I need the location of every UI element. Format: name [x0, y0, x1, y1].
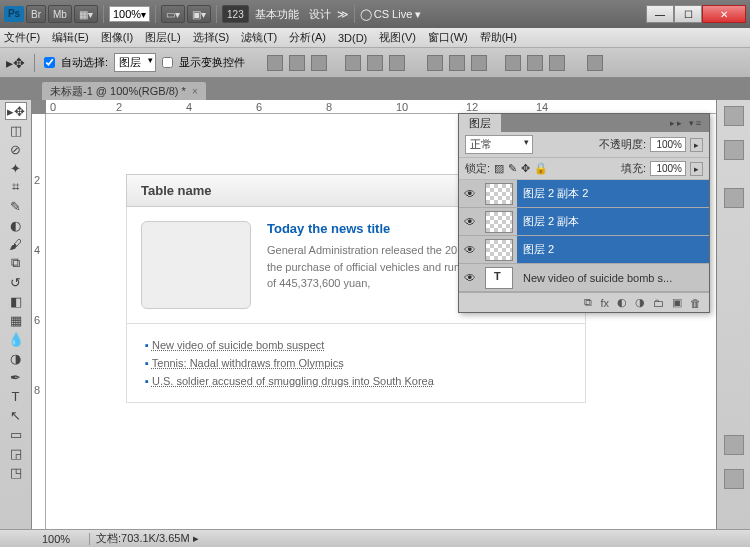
- lock-transparency-icon[interactable]: ▨: [494, 162, 504, 175]
- autoselect-dropdown[interactable]: 图层: [114, 53, 156, 72]
- 3d-tool[interactable]: ◲: [5, 444, 27, 462]
- layer-group-icon[interactable]: 🗀: [653, 297, 664, 309]
- path-tool[interactable]: ↖: [5, 406, 27, 424]
- crop-tool[interactable]: ⌗: [5, 178, 27, 196]
- showcontrols-checkbox[interactable]: [162, 57, 173, 68]
- arrange-button[interactable]: ▭▾: [161, 5, 185, 23]
- move-tool[interactable]: ▸✥: [5, 102, 27, 120]
- layer-name[interactable]: New video of suicide bomb s...: [517, 264, 709, 291]
- workspace-design[interactable]: 设计: [309, 7, 331, 22]
- menu-image[interactable]: 图像(I): [101, 30, 133, 45]
- workspace-basic[interactable]: 基本功能: [255, 7, 299, 22]
- align-icon[interactable]: [345, 55, 361, 71]
- menu-edit[interactable]: 编辑(E): [52, 30, 89, 45]
- maximize-button[interactable]: ☐: [674, 5, 702, 23]
- visibility-icon[interactable]: 👁: [459, 215, 481, 229]
- layer-name[interactable]: 图层 2: [517, 236, 709, 263]
- align-icon[interactable]: [267, 55, 283, 71]
- distribute-icon[interactable]: [427, 55, 443, 71]
- link[interactable]: Tennis: Nadal withdraws from Olympics: [152, 357, 344, 369]
- menu-filter[interactable]: 滤镜(T): [241, 30, 277, 45]
- healing-tool[interactable]: ◐: [5, 216, 27, 234]
- menu-help[interactable]: 帮助(H): [480, 30, 517, 45]
- layer-name[interactable]: 图层 2 副本: [517, 208, 709, 235]
- opacity-arrow-icon[interactable]: ▸: [690, 138, 703, 152]
- wand-tool[interactable]: ✦: [5, 159, 27, 177]
- num-button[interactable]: 123: [222, 5, 249, 23]
- align-icon[interactable]: [289, 55, 305, 71]
- layer-item[interactable]: 👁图层 2 副本 2: [459, 180, 709, 208]
- menu-view[interactable]: 视图(V): [379, 30, 416, 45]
- layer-name[interactable]: 图层 2 副本 2: [517, 180, 709, 207]
- distribute-icon[interactable]: [471, 55, 487, 71]
- menu-window[interactable]: 窗口(W): [428, 30, 468, 45]
- view-extras-button[interactable]: ▦▾: [74, 5, 98, 23]
- link[interactable]: New video of suicide bomb suspect: [152, 339, 324, 351]
- align-icon[interactable]: [389, 55, 405, 71]
- menu-3d[interactable]: 3D(D): [338, 32, 367, 44]
- layer-item[interactable]: 👁图层 2 副本: [459, 208, 709, 236]
- dock-char-icon[interactable]: [724, 469, 744, 489]
- layer-fx-icon[interactable]: fx: [600, 297, 609, 309]
- lock-position-icon[interactable]: ✥: [521, 162, 530, 175]
- fill-arrow-icon[interactable]: ▸: [690, 162, 703, 176]
- menu-file[interactable]: 文件(F): [4, 30, 40, 45]
- menu-analysis[interactable]: 分析(A): [289, 30, 326, 45]
- dock-history-icon[interactable]: [724, 435, 744, 455]
- menu-select[interactable]: 选择(S): [193, 30, 230, 45]
- document-tab[interactable]: 未标题-1 @ 100%(RGB/8) * ×: [42, 82, 206, 100]
- new-layer-icon[interactable]: ▣: [672, 296, 682, 309]
- lasso-tool[interactable]: ⊘: [5, 140, 27, 158]
- 3dcam-tool[interactable]: ◳: [5, 463, 27, 481]
- visibility-icon[interactable]: 👁: [459, 187, 481, 201]
- pen-tool[interactable]: ✒: [5, 368, 27, 386]
- status-zoom[interactable]: 100%: [0, 533, 90, 545]
- lock-pixels-icon[interactable]: ✎: [508, 162, 517, 175]
- link[interactable]: U.S. soldier accused of smuggling drugs …: [152, 375, 434, 387]
- gradient-tool[interactable]: ▦: [5, 311, 27, 329]
- delete-layer-icon[interactable]: 🗑: [690, 297, 701, 309]
- layer-item[interactable]: 👁图层 2: [459, 236, 709, 264]
- cslive-button[interactable]: CS Live ▾: [374, 8, 422, 21]
- lock-all-icon[interactable]: 🔒: [534, 162, 548, 175]
- autoalign-icon[interactable]: [587, 55, 603, 71]
- layers-panel[interactable]: 图层 ▸▸ ▾≡ 正常 不透明度: 100% ▸ 锁定: ▨ ✎ ✥ 🔒 填充:…: [458, 113, 710, 313]
- minibridge-button[interactable]: Mb: [48, 5, 72, 23]
- shape-tool[interactable]: ▭: [5, 425, 27, 443]
- type-tool[interactable]: T: [5, 387, 27, 405]
- eyedropper-tool[interactable]: ✎: [5, 197, 27, 215]
- close-button[interactable]: ✕: [702, 5, 746, 23]
- align-icon[interactable]: [367, 55, 383, 71]
- minimize-button[interactable]: —: [646, 5, 674, 23]
- distribute-icon[interactable]: [549, 55, 565, 71]
- status-doc[interactable]: 文档:703.1K/3.65M ▸: [90, 531, 205, 546]
- opacity-input[interactable]: 100%: [650, 137, 686, 152]
- layers-tab[interactable]: 图层: [459, 114, 501, 133]
- layer-mask-icon[interactable]: ◐: [617, 296, 627, 309]
- more-icon[interactable]: ≫: [337, 8, 349, 21]
- eraser-tool[interactable]: ◧: [5, 292, 27, 310]
- visibility-icon[interactable]: 👁: [459, 271, 481, 285]
- dock-adjust-icon[interactable]: [724, 140, 744, 160]
- link-layers-icon[interactable]: ⧉: [584, 296, 592, 309]
- brush-tool[interactable]: 🖌: [5, 235, 27, 253]
- layer-item[interactable]: 👁New video of suicide bomb s...: [459, 264, 709, 292]
- distribute-icon[interactable]: [449, 55, 465, 71]
- dock-color-icon[interactable]: [724, 106, 744, 126]
- screen-mode-button[interactable]: ▣▾: [187, 5, 211, 23]
- stamp-tool[interactable]: ⧉: [5, 254, 27, 272]
- blur-tool[interactable]: 💧: [5, 330, 27, 348]
- distribute-icon[interactable]: [527, 55, 543, 71]
- panel-menu-icon[interactable]: ▸▸ ▾≡: [664, 118, 709, 128]
- zoom-select[interactable]: 100% ▾: [109, 6, 150, 22]
- marquee-tool[interactable]: ◫: [5, 121, 27, 139]
- visibility-icon[interactable]: 👁: [459, 243, 481, 257]
- menu-layer[interactable]: 图层(L): [145, 30, 180, 45]
- dodge-tool[interactable]: ◑: [5, 349, 27, 367]
- history-brush-tool[interactable]: ↺: [5, 273, 27, 291]
- autoselect-checkbox[interactable]: [44, 57, 55, 68]
- blend-mode-dropdown[interactable]: 正常: [465, 135, 533, 154]
- align-icon[interactable]: [311, 55, 327, 71]
- bridge-button[interactable]: Br: [26, 5, 46, 23]
- adjustment-layer-icon[interactable]: ◑: [635, 296, 645, 309]
